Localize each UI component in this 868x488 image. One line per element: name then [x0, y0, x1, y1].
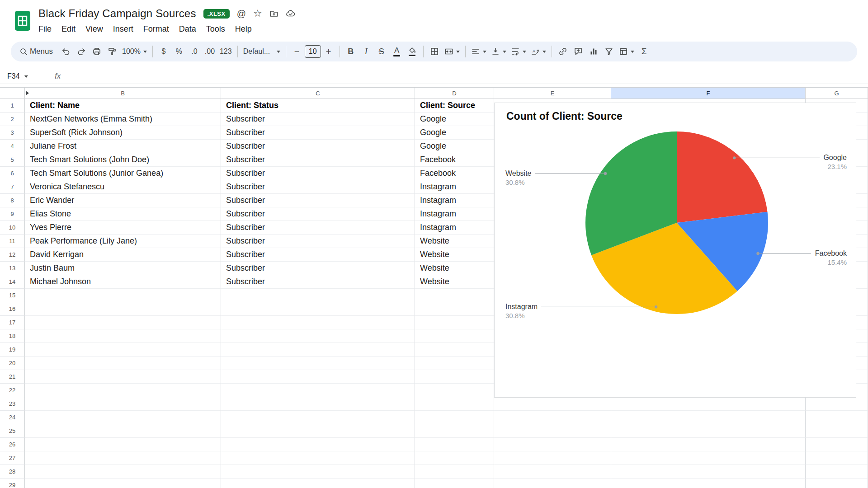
cell-D26[interactable] — [415, 438, 494, 451]
cell-G23[interactable] — [806, 397, 868, 411]
cell-D8[interactable]: Instagram — [415, 194, 494, 207]
insert-link-button[interactable] — [555, 44, 571, 59]
borders-button[interactable] — [427, 44, 442, 59]
pie-chart-card[interactable]: Count of Client: Source Google23.1%Faceb… — [494, 103, 856, 398]
cell-F29[interactable] — [611, 479, 806, 488]
functions-button[interactable]: Σ — [637, 44, 652, 59]
cell-D4[interactable]: Google — [415, 140, 494, 153]
cell-D11[interactable]: Website — [415, 235, 494, 248]
unhide-column-a-arrow-icon[interactable] — [26, 91, 29, 95]
menu-file[interactable]: File — [38, 23, 57, 35]
cell-D18[interactable] — [415, 329, 494, 343]
undo-button[interactable] — [58, 44, 74, 59]
cell-E28[interactable] — [494, 465, 611, 479]
cell-C29[interactable] — [221, 479, 415, 488]
cell-B25[interactable] — [25, 424, 221, 438]
google-sheets-logo[interactable] — [15, 11, 30, 31]
cell-B8[interactable]: Eric Wander — [25, 194, 221, 207]
cell-E24[interactable] — [494, 411, 611, 424]
decrease-decimals-button[interactable]: .0 — [187, 44, 202, 59]
cell-C21[interactable] — [221, 370, 415, 384]
cell-F25[interactable] — [611, 424, 806, 438]
increase-font-size-button[interactable]: + — [321, 44, 336, 59]
column-header-B[interactable]: B — [25, 88, 221, 99]
cell-B10[interactable]: Yves Pierre — [25, 221, 221, 235]
currency-format-button[interactable]: $ — [156, 44, 171, 59]
row-header-6[interactable]: 6 — [0, 167, 25, 180]
cell-B7[interactable]: Veronica Stefanescu — [25, 180, 221, 194]
cell-D23[interactable] — [415, 397, 494, 411]
cell-F23[interactable] — [611, 397, 806, 411]
text-wrap-button[interactable] — [509, 44, 528, 59]
cell-C22[interactable] — [221, 384, 415, 397]
column-header-E[interactable]: E — [494, 88, 611, 99]
row-header-8[interactable]: 8 — [0, 194, 25, 207]
menu-format[interactable]: Format — [138, 23, 174, 35]
cell-C5[interactable]: Subscriber — [221, 153, 415, 167]
cell-E23[interactable] — [494, 397, 611, 411]
cell-C26[interactable] — [221, 438, 415, 451]
cloud-status-icon[interactable] — [286, 9, 296, 18]
print-button[interactable] — [89, 44, 104, 59]
move-folder-icon[interactable] — [269, 9, 278, 18]
cell-B9[interactable]: Elias Stone — [25, 207, 221, 221]
cell-C4[interactable]: Subscriber — [221, 140, 415, 153]
cell-D6[interactable]: Facebook — [415, 167, 494, 180]
cell-D7[interactable]: Instagram — [415, 180, 494, 194]
cell-D22[interactable] — [415, 384, 494, 397]
row-header-11[interactable]: 11 — [0, 235, 25, 248]
cell-F28[interactable] — [611, 465, 806, 479]
mention-icon[interactable]: @ — [237, 9, 246, 18]
menu-tools[interactable]: Tools — [201, 23, 230, 35]
cell-C10[interactable]: Subscriber — [221, 221, 415, 235]
cell-G27[interactable] — [806, 451, 868, 465]
row-header-23[interactable]: 23 — [0, 397, 25, 411]
horizontal-align-button[interactable] — [469, 44, 489, 59]
cell-B4[interactable]: Juliane Frost — [25, 140, 221, 153]
cell-C3[interactable]: Subscriber — [221, 126, 415, 140]
row-header-2[interactable]: 2 — [0, 113, 25, 126]
cell-B11[interactable]: Peak Performance (Lily Jane) — [25, 235, 221, 248]
column-header-F[interactable]: F — [611, 88, 806, 99]
cell-C20[interactable] — [221, 357, 415, 370]
cell-C8[interactable]: Subscriber — [221, 194, 415, 207]
cell-E26[interactable] — [494, 438, 611, 451]
cell-D24[interactable] — [415, 411, 494, 424]
cell-G24[interactable] — [806, 411, 868, 424]
cell-D25[interactable] — [415, 424, 494, 438]
cell-D17[interactable] — [415, 316, 494, 329]
row-header-29[interactable]: 29 — [0, 479, 25, 488]
cell-D29[interactable] — [415, 479, 494, 488]
cell-D21[interactable] — [415, 370, 494, 384]
cell-D9[interactable]: Instagram — [415, 207, 494, 221]
column-header-D[interactable]: D — [415, 88, 494, 99]
cell-D5[interactable]: Facebook — [415, 153, 494, 167]
star-icon[interactable]: ☆ — [253, 9, 262, 19]
menu-edit[interactable]: Edit — [57, 23, 80, 35]
row-header-7[interactable]: 7 — [0, 180, 25, 194]
row-header-15[interactable]: 15 — [0, 289, 25, 302]
cell-C2[interactable]: Subscriber — [221, 113, 415, 126]
cell-C1[interactable]: Client: Status — [221, 99, 415, 113]
row-header-5[interactable]: 5 — [0, 153, 25, 167]
row-header-24[interactable]: 24 — [0, 411, 25, 424]
menus-search-button[interactable]: Menus — [15, 44, 58, 59]
italic-button[interactable]: I — [359, 44, 374, 59]
bold-button[interactable]: B — [343, 44, 359, 59]
cell-B5[interactable]: Tech Smart Solutions (John Doe) — [25, 153, 221, 167]
row-header-12[interactable]: 12 — [0, 248, 25, 262]
font-size-input[interactable]: 10 — [305, 45, 321, 58]
document-title[interactable]: Black Friday Campaign Sources — [38, 7, 196, 20]
cell-B29[interactable] — [25, 479, 221, 488]
cell-D3[interactable]: Google — [415, 126, 494, 140]
cell-D28[interactable] — [415, 465, 494, 479]
menu-view[interactable]: View — [80, 23, 108, 35]
strikethrough-button[interactable]: S — [374, 44, 389, 59]
cell-E27[interactable] — [494, 451, 611, 465]
cell-B23[interactable] — [25, 397, 221, 411]
cell-C15[interactable] — [221, 289, 415, 302]
cell-G26[interactable] — [806, 438, 868, 451]
insert-chart-button[interactable] — [586, 44, 601, 59]
cell-C24[interactable] — [221, 411, 415, 424]
cell-C6[interactable]: Subscriber — [221, 167, 415, 180]
